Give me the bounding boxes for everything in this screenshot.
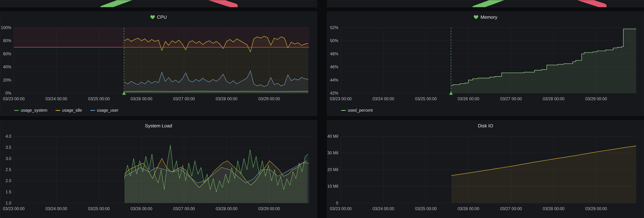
panel-title: Memory: [480, 14, 497, 20]
svg-text:03/29 00:00: 03/29 00:00: [258, 97, 280, 101]
svg-text:03/23 00:00: 03/23 00:00: [330, 207, 352, 211]
svg-text:03/28 00:00: 03/28 00:00: [543, 97, 564, 101]
panel-disk-io: Disk IO 010 Mil20 Mil30 Mil40 Mil03/23 0…: [327, 120, 644, 218]
svg-text:03/25 00:00: 03/25 00:00: [88, 97, 110, 101]
svg-text:03/27 00:00: 03/27 00:00: [500, 207, 522, 211]
panel-header-cpu[interactable]: CPU: [0, 11, 317, 23]
disk-io-legend: read_bytes: [327, 217, 644, 218]
svg-text:03/23 00:00: 03/23 00:00: [330, 97, 352, 101]
svg-text:50%: 50%: [330, 38, 338, 43]
svg-text:3.0: 3.0: [6, 156, 11, 161]
svg-text:03/26 00:00: 03/26 00:00: [458, 207, 479, 211]
alert-ok-heart-icon: [150, 15, 155, 19]
svg-text:0: 0: [336, 201, 338, 205]
svg-text:03/28 00:00: 03/28 00:00: [543, 207, 564, 211]
svg-text:40%: 40%: [3, 65, 11, 69]
grafana-dashboard: CPU 0%20%40%60%80%100%03/23 00:0003/24 0…: [0, 0, 644, 218]
svg-text:03/27 00:00: 03/27 00:00: [500, 97, 522, 101]
gauge-arc-green-icon: [99, 0, 138, 7]
svg-text:03/25 00:00: 03/25 00:00: [415, 207, 437, 211]
panel-partial-gauge-right: [327, 0, 644, 7]
svg-text:3.5: 3.5: [6, 145, 11, 150]
svg-text:4.0: 4.0: [6, 134, 11, 139]
svg-text:0%: 0%: [5, 91, 11, 96]
svg-text:03/24 00:00: 03/24 00:00: [372, 207, 394, 211]
svg-text:40 Mil: 40 Mil: [327, 134, 338, 139]
panel-header-disk-io[interactable]: Disk IO: [327, 120, 644, 131]
svg-text:03/25 00:00: 03/25 00:00: [415, 97, 437, 101]
svg-text:03/26 00:00: 03/26 00:00: [130, 97, 152, 101]
legend-label: usage_idle: [62, 108, 82, 113]
svg-text:03/24 00:00: 03/24 00:00: [46, 97, 67, 101]
legend-item-usage-user[interactable]: usage_user: [90, 108, 118, 113]
svg-text:2.5: 2.5: [6, 167, 11, 172]
legend-label: used_percent: [348, 108, 373, 113]
svg-text:48%: 48%: [330, 52, 338, 56]
svg-text:03/28 00:00: 03/28 00:00: [216, 207, 238, 211]
series-dash-icon: [14, 110, 19, 111]
svg-text:1.0: 1.0: [6, 201, 11, 205]
alert-ok-heart-icon: [474, 15, 478, 19]
svg-text:03/25 00:00: 03/25 00:00: [88, 207, 110, 211]
svg-text:03/29 00:00: 03/29 00:00: [258, 207, 280, 211]
panel-header-system-load[interactable]: System Load: [0, 120, 317, 131]
svg-text:03/24 00:00: 03/24 00:00: [372, 97, 394, 101]
svg-text:80%: 80%: [3, 38, 11, 43]
panel-title: System Load: [145, 123, 172, 129]
legend-item-usage-system[interactable]: usage_system: [14, 108, 47, 113]
svg-text:03/28 00:00: 03/28 00:00: [216, 97, 238, 101]
svg-text:44%: 44%: [330, 78, 338, 82]
svg-text:10 Mil: 10 Mil: [327, 184, 338, 189]
svg-text:20 Mil: 20 Mil: [327, 167, 338, 172]
svg-text:1.5: 1.5: [6, 190, 11, 194]
svg-text:30 Mil: 30 Mil: [327, 151, 338, 155]
gauge-arc-green-icon: [471, 0, 510, 7]
panel-memory: Memory 42%44%46%48%50%52%03/23 00:0003/2…: [327, 11, 644, 116]
panel-title: Disk IO: [478, 123, 493, 129]
gauge-arc-red-icon: [204, 0, 238, 7]
panel-cpu: CPU 0%20%40%60%80%100%03/23 00:0003/24 0…: [0, 11, 317, 116]
legend-item-used-percent[interactable]: used_percent: [341, 108, 373, 113]
cpu-time-series-chart[interactable]: 0%20%40%60%80%100%03/23 00:0003/24 00:00…: [0, 23, 317, 107]
svg-text:03/29 00:00: 03/29 00:00: [585, 97, 607, 101]
svg-text:03/26 00:00: 03/26 00:00: [130, 207, 152, 211]
svg-text:03/23 00:00: 03/23 00:00: [3, 97, 24, 101]
panel-header-memory[interactable]: Memory: [327, 11, 644, 23]
svg-text:46%: 46%: [330, 65, 338, 69]
system-load-time-series-chart[interactable]: 1.01.52.02.53.03.54.003/23 00:0003/24 00…: [0, 131, 317, 217]
cpu-legend: usage_system usage_idle usage_user: [0, 107, 317, 113]
svg-text:03/29 00:00: 03/29 00:00: [585, 207, 607, 211]
legend-item-usage-idle[interactable]: usage_idle: [56, 108, 82, 113]
series-dash-icon: [341, 110, 346, 111]
svg-text:2.0: 2.0: [6, 178, 11, 183]
disk-io-time-series-chart[interactable]: 010 Mil20 Mil30 Mil40 Mil03/23 00:0003/2…: [327, 131, 644, 217]
svg-text:52%: 52%: [330, 25, 338, 30]
svg-text:03/23 00:00: 03/23 00:00: [3, 207, 24, 211]
svg-text:03/26 00:00: 03/26 00:00: [458, 97, 479, 101]
memory-time-series-chart[interactable]: 42%44%46%48%50%52%03/23 00:0003/24 00:00…: [327, 23, 644, 107]
svg-text:03/27 00:00: 03/27 00:00: [173, 207, 195, 211]
panel-title: CPU: [157, 14, 167, 20]
svg-text:03/27 00:00: 03/27 00:00: [173, 97, 195, 101]
svg-text:60%: 60%: [3, 52, 11, 56]
svg-text:100%: 100%: [1, 25, 11, 30]
series-dash-icon: [56, 110, 60, 111]
legend-label: usage_system: [21, 108, 47, 113]
memory-legend: used_percent: [327, 107, 644, 113]
system-load-legend: load1 load5 load15: [0, 217, 317, 218]
svg-text:42%: 42%: [330, 91, 338, 96]
svg-text:03/24 00:00: 03/24 00:00: [46, 207, 67, 211]
legend-label: usage_user: [97, 108, 118, 113]
svg-text:20%: 20%: [3, 78, 11, 82]
panel-system-load: System Load 1.01.52.02.53.03.54.003/23 0…: [0, 120, 317, 218]
gauge-arc-red-icon: [572, 0, 607, 7]
series-dash-icon: [90, 110, 95, 111]
panel-partial-gauge-left: [0, 0, 317, 7]
